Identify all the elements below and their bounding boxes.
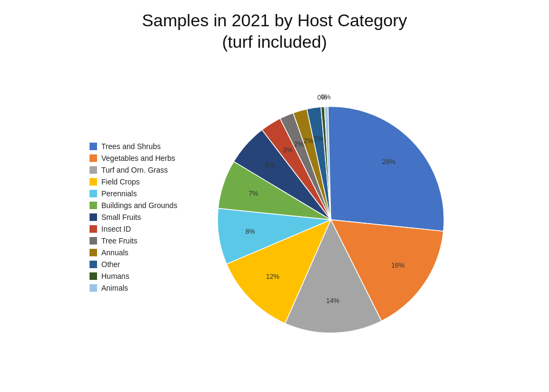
- legend-color-swatch: [90, 225, 97, 233]
- legend-item-label: Insect ID: [101, 225, 131, 233]
- legend-item: Other: [90, 260, 197, 269]
- legend-color-swatch: [90, 178, 97, 186]
- pie-label: 14%: [326, 297, 339, 305]
- legend-item: Humans: [90, 272, 197, 280]
- legend-item-label: Perennials: [101, 189, 137, 198]
- legend-color-swatch: [90, 284, 97, 292]
- pie-label: 8%: [246, 227, 255, 235]
- legend-item-label: Humans: [101, 272, 129, 280]
- chart-area: Trees and Shrubs Vegetables and Herbs Tu…: [0, 53, 549, 392]
- legend-item: Small Fruits: [90, 213, 197, 221]
- pie-slice: [321, 106, 444, 231]
- pie-label: 12%: [266, 272, 279, 280]
- legend-item: Vegetables and Herbs: [90, 154, 197, 162]
- legend-item: Annuals: [90, 248, 197, 257]
- legend-item-label: Annuals: [101, 248, 129, 257]
- legend-item-label: Field Crops: [101, 177, 140, 186]
- legend-item: Buildings and Grounds: [90, 201, 197, 210]
- legend-item: Animals: [90, 284, 197, 292]
- chart-legend: Trees and Shrubs Vegetables and Herbs Tu…: [90, 142, 197, 292]
- pie-label: 6%: [265, 161, 275, 168]
- legend-item-label: Small Fruits: [101, 213, 141, 221]
- chart-title: Samples in 2021 by Host Category (turf i…: [142, 10, 407, 53]
- pie-chart: 28%16%14%12%8%7%6%3%2%2%2%0%0%: [202, 88, 459, 346]
- pie-label: 3%: [283, 146, 292, 154]
- legend-item-label: Turf and Orn. Grass: [101, 166, 168, 174]
- legend-color-swatch: [90, 272, 97, 280]
- legend-item: Perennials: [90, 189, 197, 198]
- pie-label: 2%: [304, 137, 314, 144]
- legend-color-swatch: [90, 261, 97, 268]
- legend-item-label: Animals: [101, 284, 128, 292]
- legend-color-swatch: [90, 166, 97, 174]
- pie-label: 2%: [314, 135, 323, 142]
- legend-color-swatch: [90, 213, 97, 221]
- legend-color-swatch: [90, 190, 97, 197]
- pie-label: 7%: [249, 190, 258, 197]
- legend-item-label: Vegetables and Herbs: [101, 154, 175, 162]
- legend-item: Field Crops: [90, 177, 197, 186]
- legend-item: Trees and Shrubs: [90, 142, 197, 151]
- legend-color-swatch: [90, 249, 97, 256]
- legend-item-label: Tree Fruits: [101, 236, 137, 245]
- pie-label-outer: 0%: [321, 93, 331, 101]
- legend-item: Turf and Orn. Grass: [90, 166, 197, 174]
- legend-color-swatch: [90, 154, 97, 162]
- legend-item: Insect ID: [90, 225, 197, 233]
- pie-label: 28%: [382, 158, 396, 166]
- legend-color-swatch: [90, 143, 97, 150]
- legend-color-swatch: [90, 237, 97, 245]
- pie-label: 2%: [294, 140, 304, 148]
- legend-item-label: Buildings and Grounds: [101, 201, 177, 210]
- page-container: Samples in 2021 by Host Category (turf i…: [0, 0, 549, 392]
- pie-label: 16%: [391, 262, 405, 269]
- legend-color-swatch: [90, 202, 97, 209]
- legend-item: Tree Fruits: [90, 236, 197, 245]
- legend-item-label: Trees and Shrubs: [101, 142, 161, 151]
- legend-item-label: Other: [101, 260, 120, 269]
